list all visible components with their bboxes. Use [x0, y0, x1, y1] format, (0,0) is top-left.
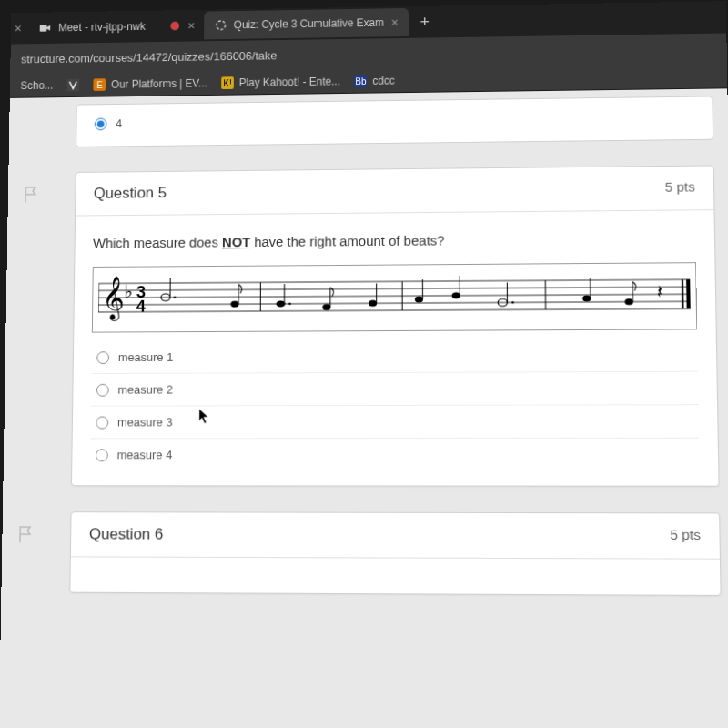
svg-point-40 — [625, 298, 633, 305]
question-header: Question 5 5 pts — [76, 166, 713, 216]
question-points: 5 pts — [670, 527, 701, 546]
svg-line-14 — [688, 279, 689, 308]
answer-option[interactable]: measure 3 — [90, 404, 699, 438]
svg-point-37 — [511, 301, 514, 304]
svg-point-1 — [170, 22, 179, 31]
tab-label: Meet - rtv-jtpp-nwk — [58, 20, 146, 34]
svg-line-7 — [98, 301, 691, 305]
svg-text:♭: ♭ — [124, 281, 132, 301]
answer-label: measure 4 — [117, 448, 173, 461]
answer-label: measure 2 — [117, 383, 173, 397]
bookmark-item[interactable]: Scho... — [20, 79, 53, 92]
browser-tab-active[interactable]: Quiz: Cycle 3 Cumulative Exam × — [204, 8, 410, 39]
mouse-cursor-icon — [198, 408, 211, 424]
browser-tab[interactable]: × — [157, 12, 202, 40]
svg-line-5 — [98, 287, 690, 290]
flag-question-icon[interactable] — [16, 524, 35, 544]
browser-chrome: × Meet - rtv-jtpp-nwk × Quiz: Cycle 3 Cu… — [10, 1, 728, 98]
browser-tab[interactable]: Meet - rtv-jtpp-nwk — [28, 13, 156, 43]
meet-icon — [39, 22, 52, 35]
radio-selected-icon — [95, 117, 107, 130]
tab-label: Quiz: Cycle 3 Cumulative Exam — [234, 16, 384, 31]
quiz-content: 4 Question 5 5 pts Which measure does NO… — [0, 88, 728, 728]
answer-option-selected[interactable]: 4 — [95, 106, 694, 135]
svg-line-4 — [98, 279, 690, 283]
svg-text:4: 4 — [136, 298, 146, 316]
bookmark-icon — [67, 79, 80, 92]
question-body — [70, 557, 720, 595]
bookmark-label: Our Platforms | EV... — [111, 77, 207, 91]
quiz-icon — [214, 19, 227, 32]
question-5-card: Question 5 5 pts Which measure does NOT … — [71, 165, 720, 486]
answer-list: measure 1 measure 2 measure 3 — [90, 339, 700, 470]
svg-point-31 — [415, 297, 423, 303]
bookmark-item[interactable]: E Our Platforms | EV... — [94, 77, 207, 91]
answer-label: measure 1 — [118, 350, 174, 364]
answer-option[interactable]: measure 4 — [90, 438, 700, 471]
svg-point-22 — [231, 301, 239, 308]
bookmark-icon: K! — [221, 76, 234, 89]
radio-icon — [96, 416, 108, 429]
question-points: 5 pts — [665, 179, 695, 197]
close-icon[interactable]: × — [391, 15, 399, 30]
svg-text:𝄞: 𝄞 — [102, 276, 126, 322]
answer-option[interactable]: measure 1 — [91, 339, 698, 373]
radio-icon — [96, 351, 109, 364]
url-text: structure.com/courses/14472/quizzes/1660… — [10, 38, 726, 69]
question-title: Question 5 — [94, 184, 167, 202]
new-tab-button[interactable]: + — [411, 13, 439, 32]
answer-label: 4 — [116, 116, 122, 130]
question-header: Question 6 5 pts — [71, 512, 720, 560]
bookmark-item[interactable] — [67, 79, 80, 92]
bookmark-item[interactable]: K! Play Kahoot! - Ente... — [221, 76, 340, 89]
svg-rect-0 — [40, 25, 47, 32]
svg-point-21 — [174, 296, 177, 298]
svg-line-6 — [98, 294, 690, 298]
question-title: Question 6 — [89, 525, 164, 543]
tab-icon — [168, 20, 181, 33]
question-body: Which measure does NOT have the right am… — [72, 210, 719, 486]
svg-point-2 — [216, 21, 225, 30]
question-text: Which measure does NOT have the right am… — [93, 230, 696, 250]
bookmark-label: cdcc — [372, 75, 394, 87]
close-icon[interactable]: × — [187, 18, 195, 32]
svg-point-38 — [582, 295, 591, 301]
flag-question-icon[interactable] — [22, 185, 40, 205]
answer-option[interactable]: measure 2 — [91, 371, 699, 406]
svg-line-8 — [98, 308, 691, 312]
svg-point-33 — [452, 292, 460, 298]
music-notation-image: 𝄞 ♭ 3 4 — [92, 262, 697, 332]
bookmark-icon: E — [94, 78, 106, 91]
answer-label: measure 3 — [117, 415, 173, 429]
svg-point-26 — [288, 303, 291, 306]
radio-icon — [96, 449, 108, 461]
radio-icon — [96, 383, 109, 396]
svg-point-27 — [322, 304, 330, 310]
bookmark-label: Play Kahoot! - Ente... — [239, 76, 340, 89]
bookmark-icon: Bb — [355, 75, 368, 87]
question-6-card: Question 6 5 pts — [69, 511, 721, 596]
previous-question-tail: 4 — [76, 96, 713, 147]
close-icon[interactable]: × — [15, 21, 29, 35]
bookmark-item[interactable]: Bb cdcc — [355, 75, 395, 87]
bookmark-label: Scho... — [20, 79, 53, 92]
svg-point-29 — [369, 300, 377, 307]
